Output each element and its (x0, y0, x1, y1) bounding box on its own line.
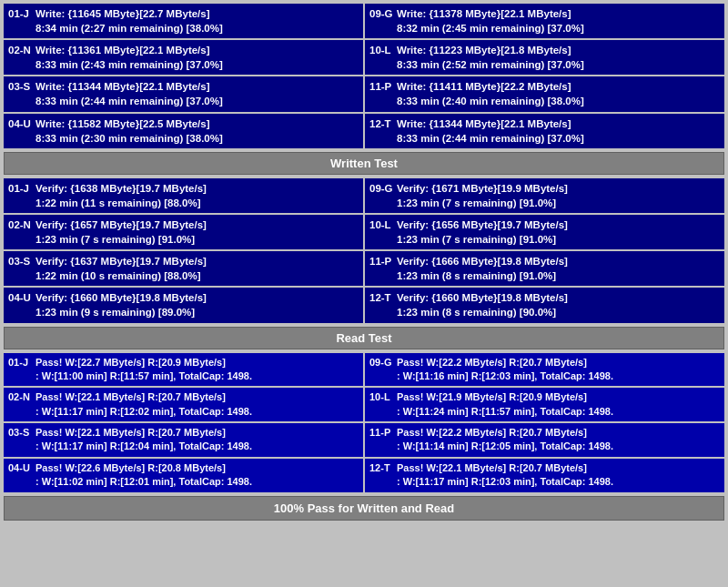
cell-content: Write: {11223 MByte}[21.8 MByte/s] 8:33 … (397, 43, 720, 72)
grid-cell: 03-S Write: {11344 MByte}[22.1 MByte/s] … (4, 76, 363, 111)
cell-content: Write: {11378 MByte}[22.1 MByte/s] 8:32 … (397, 6, 720, 35)
row-id: 02-N (8, 218, 35, 232)
grid-cell: 10-L Write: {11223 MByte}[21.8 MByte/s] … (365, 40, 724, 75)
row-id: 03-S (8, 254, 35, 268)
cell-content: Pass! W:[22.2 MByte/s] R:[20.7 MByte/s] … (397, 356, 720, 384)
read-grid: 01-J Pass! W:[22.7 MByte/s] R:[20.9 MByt… (4, 353, 724, 492)
cell-content: Verify: {1660 MByte}[19.8 MByte/s] 1:23 … (35, 290, 359, 319)
cell-content: Verify: {1638 MByte}[19.7 MByte/s] 1:22 … (35, 181, 359, 210)
written-test-label: Written Test (4, 152, 724, 175)
row-id: 11-P (369, 254, 397, 268)
read-test-label: Read Test (4, 327, 724, 349)
grid-cell: 01-J Verify: {1638 MByte}[19.7 MByte/s] … (4, 178, 363, 213)
cell-line2: : W:[11:00 min] R:[11:57 min], TotalCap:… (35, 369, 359, 383)
cell-line1: Write: {11411 MByte}[22.2 MByte/s] (397, 79, 720, 94)
row-id: 12-T (369, 461, 397, 475)
cell-line2: 1:23 min (7 s remaining) [91.0%] (35, 232, 359, 247)
cell-line1: Verify: {1657 MByte}[19.7 MByte/s] (35, 218, 359, 232)
cell-content: Verify: {1656 MByte}[19.7 MByte/s] 1:23 … (397, 218, 720, 247)
cell-line2: : W:[11:14 min] R:[12:05 min], TotalCap:… (397, 440, 720, 453)
cell-line2: 8:33 min (2:52 min remaining) [37.0%] (397, 57, 720, 72)
cell-line1: Write: {11223 MByte}[21.8 MByte/s] (397, 43, 720, 57)
row-id: 01-J (8, 181, 35, 196)
grid-cell: 10-L Pass! W:[21.9 MByte/s] R:[20.9 MByt… (365, 388, 724, 421)
cell-line2: : W:[11:02 min] R:[12:01 min], TotalCap:… (35, 475, 359, 489)
cell-line2: : W:[11:17 min] R:[12:02 min], TotalCap:… (35, 405, 359, 419)
cell-line1: Write: {11378 MByte}[22.1 MByte/s] (397, 6, 720, 21)
grid-cell: 02-N Verify: {1657 MByte}[19.7 MByte/s] … (4, 215, 363, 249)
grid-cell: 02-N Write: {11361 MByte}[22.1 MByte/s] … (4, 40, 363, 75)
grid-cell: 12-T Verify: {1660 MByte}[19.8 MByte/s] … (365, 288, 724, 322)
row-id: 03-S (8, 79, 35, 94)
cell-content: Write: {11344 MByte}[22.1 MByte/s] 8:33 … (35, 79, 359, 108)
verify-grid: 01-J Verify: {1638 MByte}[19.7 MByte/s] … (4, 178, 724, 323)
grid-cell: 04-U Pass! W:[22.6 MByte/s] R:[20.8 MByt… (4, 459, 363, 492)
cell-content: Pass! W:[22.1 MByte/s] R:[20.7 MByte/s] … (35, 426, 359, 454)
cell-line2: 1:23 min (7 s remaining) [91.0%] (397, 232, 720, 247)
cell-content: Verify: {1671 MByte}[19.9 MByte/s] 1:23 … (397, 181, 720, 210)
cell-line1: Write: {11582 MByte}[22.5 MByte/s] (35, 116, 359, 131)
grid-cell: 01-J Write: {11645 MByte}[22.7 MByte/s] … (4, 4, 363, 38)
cell-content: Write: {11361 MByte}[22.1 MByte/s] 8:33 … (35, 43, 359, 72)
row-id: 10-L (369, 218, 397, 232)
row-id: 11-P (369, 426, 397, 440)
cell-line1: Verify: {1660 MByte}[19.8 MByte/s] (35, 290, 359, 305)
write-section: 01-J Write: {11645 MByte}[22.7 MByte/s] … (4, 4, 724, 148)
grid-cell: 02-N Pass! W:[22.1 MByte/s] R:[20.7 MByt… (4, 388, 363, 421)
cell-content: Pass! W:[22.6 MByte/s] R:[20.8 MByte/s] … (35, 461, 359, 490)
cell-line2: : W:[11:17 min] R:[12:03 min], TotalCap:… (397, 475, 720, 489)
row-id: 03-S (8, 426, 35, 440)
cell-content: Pass! W:[22.1 MByte/s] R:[20.7 MByte/s] … (35, 390, 359, 419)
write-grid: 01-J Write: {11645 MByte}[22.7 MByte/s] … (4, 4, 724, 148)
grid-cell: 09-G Write: {11378 MByte}[22.1 MByte/s] … (365, 4, 724, 38)
cell-content: Pass! W:[21.9 MByte/s] R:[20.9 MByte/s] … (397, 390, 720, 419)
cell-line1: Pass! W:[22.1 MByte/s] R:[20.7 MByte/s] (35, 390, 359, 404)
grid-cell: 03-S Verify: {1637 MByte}[19.7 MByte/s] … (4, 251, 363, 286)
cell-content: Verify: {1660 MByte}[19.8 MByte/s] 1:23 … (397, 290, 720, 319)
cell-content: Write: {11645 MByte}[22.7 MByte/s] 8:34 … (35, 6, 359, 35)
row-id: 09-G (369, 356, 397, 369)
cell-line2: 1:22 min (10 s remaining) [88.0%] (35, 268, 359, 283)
pass-banner: 100% Pass for Written and Read (4, 496, 724, 521)
cell-line2: 8:33 min (2:40 min remaining) [38.0%] (397, 94, 720, 108)
cell-content: Pass! W:[22.7 MByte/s] R:[20.9 MByte/s] … (35, 356, 359, 384)
row-id: 04-U (8, 116, 35, 131)
cell-content: Verify: {1657 MByte}[19.7 MByte/s] 1:23 … (35, 218, 359, 247)
row-id: 10-L (369, 390, 397, 404)
row-id: 10-L (369, 43, 397, 57)
cell-line1: Verify: {1671 MByte}[19.9 MByte/s] (397, 181, 720, 196)
row-id: 04-U (8, 290, 35, 305)
grid-cell: 10-L Verify: {1656 MByte}[19.7 MByte/s] … (365, 215, 724, 249)
cell-line1: Pass! W:[22.2 MByte/s] R:[20.7 MByte/s] (397, 426, 720, 440)
main-container: 01-J Write: {11645 MByte}[22.7 MByte/s] … (0, 0, 728, 524)
cell-line2: 1:23 min (8 s remaining) [91.0%] (397, 268, 720, 283)
cell-content: Pass! W:[22.1 MByte/s] R:[20.7 MByte/s] … (397, 461, 720, 490)
cell-line2: 8:32 min (2:45 min remaining) [37.0%] (397, 21, 720, 35)
cell-content: Verify: {1666 MByte}[19.8 MByte/s] 1:23 … (397, 254, 720, 283)
grid-cell: 11-P Pass! W:[22.2 MByte/s] R:[20.7 MByt… (365, 423, 724, 457)
cell-line1: Write: {11344 MByte}[22.1 MByte/s] (397, 116, 720, 131)
grid-cell: 12-T Pass! W:[22.1 MByte/s] R:[20.7 MByt… (365, 459, 724, 492)
cell-line1: Pass! W:[22.1 MByte/s] R:[20.7 MByte/s] (397, 461, 720, 475)
cell-line1: Pass! W:[22.7 MByte/s] R:[20.9 MByte/s] (35, 356, 359, 369)
row-id: 01-J (8, 6, 35, 21)
grid-cell: 04-U Verify: {1660 MByte}[19.8 MByte/s] … (4, 288, 363, 322)
cell-content: Pass! W:[22.2 MByte/s] R:[20.7 MByte/s] … (397, 426, 720, 454)
cell-line1: Pass! W:[22.6 MByte/s] R:[20.8 MByte/s] (35, 461, 359, 475)
cell-line2: 8:33 min (2:43 min remaining) [37.0%] (35, 57, 359, 72)
cell-content: Verify: {1637 MByte}[19.7 MByte/s] 1:22 … (35, 254, 359, 283)
row-id: 02-N (8, 390, 35, 404)
grid-cell: 01-J Pass! W:[22.7 MByte/s] R:[20.9 MByt… (4, 353, 363, 387)
cell-line1: Write: {11361 MByte}[22.1 MByte/s] (35, 43, 359, 57)
cell-line1: Verify: {1666 MByte}[19.8 MByte/s] (397, 254, 720, 268)
cell-line1: Verify: {1637 MByte}[19.7 MByte/s] (35, 254, 359, 268)
grid-cell: 12-T Write: {11344 MByte}[22.1 MByte/s] … (365, 114, 724, 148)
cell-line2: 8:33 min (2:44 min remaining) [37.0%] (35, 94, 359, 108)
cell-line2: 1:23 min (7 s remaining) [91.0%] (397, 196, 720, 210)
grid-cell: 09-G Verify: {1671 MByte}[19.9 MByte/s] … (365, 178, 724, 213)
cell-line2: 1:23 min (8 s remaining) [90.0%] (397, 305, 720, 319)
row-id: 12-T (369, 290, 397, 305)
grid-cell: 09-G Pass! W:[22.2 MByte/s] R:[20.7 MByt… (365, 353, 724, 387)
read-section: 01-J Pass! W:[22.7 MByte/s] R:[20.9 MByt… (4, 353, 724, 492)
cell-line2: : W:[11:16 min] R:[12:03 min], TotalCap:… (397, 369, 720, 383)
